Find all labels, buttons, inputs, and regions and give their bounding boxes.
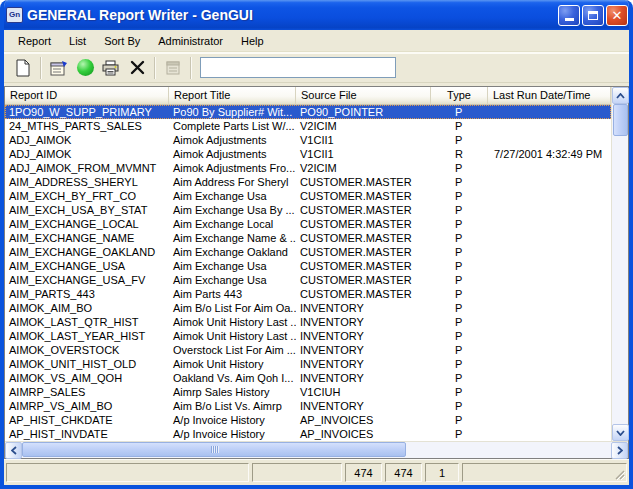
list-area: Report ID Report Title Source File Type …: [4, 86, 629, 459]
window-title: GENERAL Report Writer - GenGUI: [27, 7, 558, 23]
table-row[interactable]: AIM_PARTS_443Aim Parts 443CUSTOMER.MASTE…: [5, 287, 611, 301]
minimize-icon: [565, 18, 574, 21]
cell-last-run: [488, 203, 611, 217]
scroll-right-button[interactable]: [611, 442, 628, 459]
menu-administrator[interactable]: Administrator: [152, 32, 229, 50]
menu-sort-by[interactable]: Sort By: [98, 32, 146, 50]
status-panel-filtered-count: 474: [385, 463, 422, 482]
table-row[interactable]: AIMOK_LAST_QTR_HISTAimok Unit History La…: [5, 315, 611, 329]
cell-report-title: Aim Exchange Name & ...: [169, 231, 296, 245]
scroll-up-button[interactable]: [612, 87, 629, 104]
maximize-button[interactable]: [582, 5, 604, 26]
cell-type: P: [431, 427, 488, 441]
horizontal-scroll-thumb[interactable]: [22, 442, 406, 457]
cell-report-title: Po90 By Supplier# Wit...: [169, 105, 296, 119]
table-row[interactable]: AP_HIST_CHKDATEA/p Invoice HistoryAP_INV…: [5, 413, 611, 427]
cell-report-id: AIMOK_VS_AIM_QOH: [5, 371, 169, 385]
scroll-left-button[interactable]: [5, 442, 22, 459]
table-row[interactable]: AIMRP_VS_AIM_BOAim B/o List Vs. AimrpINV…: [5, 399, 611, 413]
table-row[interactable]: AIM_EXCHANGE_OAKLANDAim Exchange Oakland…: [5, 245, 611, 259]
table-row[interactable]: AIM_EXCH_USA_BY_STATAim Exchange Usa By …: [5, 203, 611, 217]
column-header-last-run[interactable]: Last Run Date/Time: [488, 87, 611, 105]
table-row[interactable]: AIMRP_SALESAimrp Sales HistoryV1CIUHP: [5, 385, 611, 399]
toolbar-separator: [190, 57, 192, 79]
cell-source-file: INVENTORY: [296, 371, 431, 385]
cell-source-file: AP_INVOICES: [296, 427, 431, 441]
cell-report-id: AIMOK_LAST_YEAR_HIST: [5, 329, 169, 343]
cell-type: P: [431, 385, 488, 399]
vertical-scroll-thumb[interactable]: [613, 104, 628, 136]
print-button[interactable]: [98, 55, 124, 80]
cell-report-title: Oakland Vs. Aim Qoh I...: [169, 371, 296, 385]
menu-list[interactable]: List: [63, 32, 92, 50]
app-icon[interactable]: Gn: [6, 7, 23, 23]
toolbar: [4, 52, 629, 83]
table-row[interactable]: ADJ_AIMOKAimok AdjustmentsV1CII1P: [5, 133, 611, 147]
status-panel-2: [252, 463, 342, 482]
cell-type: P: [431, 105, 488, 119]
status-panel-total-count: 474: [345, 463, 382, 482]
vertical-scroll-track[interactable]: [612, 136, 628, 424]
cell-report-id: AIM_EXCHANGE_OAKLAND: [5, 245, 169, 259]
table-row[interactable]: AP_HIST_INVDATEA/p Invoice HistoryAP_INV…: [5, 427, 611, 441]
cell-report-id: 24_MTHS_PARTS_SALES: [5, 119, 169, 133]
cell-source-file: V1CIUH: [296, 385, 431, 399]
cell-report-id: AIM_EXCH_USA_BY_STAT: [5, 203, 169, 217]
table-row[interactable]: AIM_EXCHANGE_USA_FVAim Exchange UsaCUSTO…: [5, 273, 611, 287]
properties-icon: [50, 60, 68, 76]
cell-source-file: INVENTORY: [296, 399, 431, 413]
cell-last-run: [488, 357, 611, 371]
table-row[interactable]: 24_MTHS_PARTS_SALESComplete Parts List W…: [5, 119, 611, 133]
delete-button[interactable]: [124, 55, 150, 80]
cell-last-run: [488, 413, 611, 427]
cell-report-title: A/p Invoice History: [169, 427, 296, 441]
cell-source-file: V2ICIM: [296, 119, 431, 133]
cell-report-id: AIM_EXCHANGE_LOCAL: [5, 217, 169, 231]
run-report-button[interactable]: [72, 55, 98, 80]
minimize-button[interactable]: [558, 5, 580, 26]
cell-source-file: CUSTOMER.MASTER: [296, 217, 431, 231]
report-search-input[interactable]: [200, 57, 396, 78]
table-row[interactable]: AIMOK_LAST_YEAR_HISTAimok Unit History L…: [5, 329, 611, 343]
chevron-up-icon: [616, 93, 625, 99]
menu-help[interactable]: Help: [235, 32, 270, 50]
cell-report-id: AIMOK_AIM_BO: [5, 301, 169, 315]
new-document-icon: [15, 59, 31, 77]
table-row[interactable]: AIMOK_AIM_BOAim B/o List For Aim Oa...IN…: [5, 301, 611, 315]
printer-icon: [102, 60, 120, 76]
cell-type: P: [431, 413, 488, 427]
menu-report[interactable]: Report: [12, 32, 57, 50]
table-row[interactable]: AIMOK_VS_AIM_QOHOakland Vs. Aim Qoh I...…: [5, 371, 611, 385]
cell-source-file: CUSTOMER.MASTER: [296, 245, 431, 259]
cell-type: P: [431, 287, 488, 301]
resize-grip-icon[interactable]: [612, 467, 625, 480]
cell-type: P: [431, 119, 488, 133]
column-header-type[interactable]: Type: [431, 87, 488, 105]
table-row[interactable]: AIMOK_OVERSTOCKOverstock List For Aim ..…: [5, 343, 611, 357]
column-header-report-title[interactable]: Report Title: [169, 87, 296, 105]
new-report-button[interactable]: [10, 55, 36, 80]
close-button[interactable]: ✕: [606, 5, 628, 26]
table-row[interactable]: ADJ_AIMOKAimok AdjustmentsV1CII1R7/27/20…: [5, 147, 611, 161]
table-row[interactable]: AIM_EXCHANGE_NAMEAim Exchange Name & ...…: [5, 231, 611, 245]
cell-source-file: CUSTOMER.MASTER: [296, 203, 431, 217]
table-row[interactable]: ADJ_AIMOK_FROM_MVMNTAimok Adjustments Fr…: [5, 161, 611, 175]
table-row[interactable]: AIM_ADDRESS_SHERYLAim Address For Sheryl…: [5, 175, 611, 189]
cell-source-file: INVENTORY: [296, 329, 431, 343]
cell-report-id: AIM_EXCHANGE_NAME: [5, 231, 169, 245]
cell-type: P: [431, 231, 488, 245]
table-row[interactable]: 1PO90_W_SUPP_PRIMARYPo90 By Supplier# Wi…: [5, 105, 611, 119]
column-header-source-file[interactable]: Source File: [296, 87, 431, 105]
cell-report-id: AIM_EXCHANGE_USA_FV: [5, 273, 169, 287]
table-row[interactable]: AIM_EXCHANGE_USAAim Exchange UsaCUSTOMER…: [5, 259, 611, 273]
properties-button[interactable]: [46, 55, 72, 80]
table-row[interactable]: AIM_EXCHANGE_LOCALAim Exchange LocalCUST…: [5, 217, 611, 231]
cell-type: P: [431, 245, 488, 259]
column-header-report-id[interactable]: Report ID: [5, 87, 169, 105]
table-row[interactable]: AIM_EXCH_BY_FRT_COAim Exchange UsaCUSTOM…: [5, 189, 611, 203]
table-row[interactable]: AIMOK_UNIT_HIST_OLDAimok Unit HistoryINV…: [5, 357, 611, 371]
cell-type: P: [431, 357, 488, 371]
cell-last-run: [488, 217, 611, 231]
horizontal-scroll-track[interactable]: [406, 442, 611, 458]
scroll-down-button[interactable]: [612, 424, 629, 441]
